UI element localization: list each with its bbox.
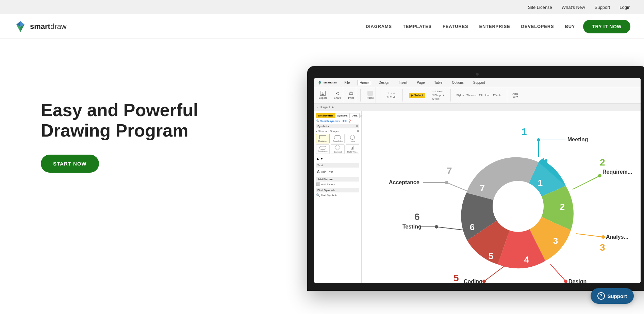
try-it-now-button[interactable]: TRY IT NOW	[583, 20, 630, 33]
font-name[interactable]: Arial	[513, 92, 518, 95]
export-btn-label[interactable]: Export	[319, 96, 327, 99]
standard-shapes-close[interactable]: ✕	[357, 130, 359, 133]
svg-point-35	[601, 235, 605, 239]
paste-btn-label[interactable]: Paste	[367, 96, 374, 99]
redo-btn[interactable]: ↻ Redo	[386, 96, 396, 99]
nav-features[interactable]: FEATURES	[443, 24, 468, 29]
nav-diagrams[interactable]: DIAGRAMS	[366, 24, 392, 29]
nav-developers[interactable]: DEVELOPERS	[521, 24, 554, 29]
ribbon-print-icon	[348, 91, 354, 96]
support-bubble[interactable]: ? Support	[591, 288, 634, 304]
ribbon-paste-group: Paste	[365, 87, 376, 103]
shape-rounded[interactable]: Rounded...	[331, 134, 344, 143]
fill-btn[interactable]: Fill	[479, 94, 482, 97]
app-menu-file[interactable]: File	[342, 80, 352, 85]
svg-line-13	[336, 93, 338, 94]
shape-rectangle[interactable]: Rectangle	[316, 134, 330, 143]
svg-text:Design: Design	[568, 279, 587, 283]
support-bubble-icon: ?	[597, 292, 605, 300]
add-text-btn[interactable]: A Add Text	[316, 169, 359, 175]
nav-templates[interactable]: TEMPLATES	[403, 24, 432, 29]
nav-buy[interactable]: BUY	[565, 24, 575, 29]
scroll-arrows: ▲ ▼	[316, 157, 359, 160]
app-menu-insert[interactable]: Insert	[397, 80, 409, 85]
svg-text:5: 5	[489, 251, 493, 261]
picture-icon	[316, 183, 320, 186]
print-btn-label[interactable]: Print	[348, 96, 353, 99]
scroll-up-btn[interactable]: ▲	[316, 157, 319, 160]
shape-circle[interactable]: Circle	[346, 134, 359, 143]
app-menu-design[interactable]: Design	[377, 80, 391, 85]
search-symbols-link[interactable]: 🔍 Search symbols Help ❓	[316, 120, 359, 123]
svg-text:6: 6	[470, 222, 475, 232]
nav-links: DIAGRAMS TEMPLATES FEATURES ENTERPRISE D…	[366, 24, 575, 29]
svg-line-50	[447, 183, 470, 192]
ribbon-share-group: Share	[332, 87, 343, 103]
symbols-header: Symbols ≡	[316, 124, 359, 128]
share-btn-label[interactable]: Share	[334, 96, 341, 99]
svg-text:7: 7	[447, 166, 452, 176]
symbols-tab[interactable]: Symbols	[335, 113, 350, 118]
shape-terminate[interactable]: Terminate...	[316, 144, 330, 154]
shape-triangle[interactable]: Right Tris...	[346, 144, 359, 154]
term-icon	[319, 146, 326, 150]
undo-redo-group: ↺ Undo ↻ Redo	[384, 91, 398, 99]
find-symbols-label: Find Symbols	[321, 194, 337, 197]
scroll-down-btn[interactable]: ▼	[320, 157, 324, 160]
svg-text:3: 3	[553, 236, 558, 246]
standard-shapes-header: ▾ Standard Shapes ✕	[316, 130, 359, 133]
laptop-camera	[476, 73, 479, 76]
app-menu-page[interactable]: Page	[415, 80, 427, 85]
expand-icon[interactable]: ›	[317, 106, 318, 109]
diamond-icon	[335, 145, 341, 151]
text-tool-btn[interactable]: A Text	[432, 97, 444, 100]
text-section-header: Text	[316, 163, 359, 168]
svg-line-41	[484, 266, 505, 281]
svg-line-38	[550, 264, 566, 281]
svg-text:4: 4	[524, 254, 529, 265]
shape-diamond[interactable]: Diamond	[331, 144, 344, 154]
app-sidebar: SmartPanel Symbols Data ✕ 🔍 Search symbo…	[314, 111, 362, 283]
ribbon-export-group: Export	[317, 87, 329, 103]
themes-btn[interactable]: Themes	[466, 94, 476, 97]
find-symbols-btn[interactable]: 🔍 Find Symbols	[316, 193, 359, 197]
app-menu-home[interactable]: Home	[357, 80, 371, 85]
font-group: Arial 10 ▾	[511, 92, 519, 98]
svg-line-34	[576, 234, 603, 237]
add-picture-btn[interactable]: Add Picture	[316, 183, 359, 186]
symbols-menu-icon[interactable]: ≡	[356, 125, 358, 128]
start-now-button[interactable]: START NOW	[41, 155, 99, 173]
app-menu-table[interactable]: Table	[432, 80, 444, 85]
undo-btn[interactable]: ↺ Undo	[386, 92, 396, 95]
smartpanel-tab[interactable]: SmartPanel	[316, 113, 335, 118]
data-tab[interactable]: Data	[350, 113, 360, 118]
app-main: SmartPanel Symbols Data ✕ 🔍 Search symbo…	[314, 111, 641, 283]
logo-icon	[14, 20, 27, 33]
styles-btn[interactable]: Styles	[456, 94, 464, 97]
shape-tool-btn[interactable]: □ Shape ▾	[432, 94, 444, 97]
site-license-link[interactable]: Site License	[528, 5, 552, 10]
hero-content: Easy and Powerful Drawing Program START …	[0, 39, 212, 186]
add-page-btn[interactable]: +	[332, 105, 334, 109]
svg-text:Meeting: Meeting	[567, 137, 588, 142]
svg-text:6: 6	[414, 211, 420, 222]
font-size[interactable]: 10 ▾	[513, 95, 518, 98]
support-link[interactable]: Support	[595, 5, 610, 10]
app-menu-options[interactable]: Options	[450, 80, 465, 85]
svg-text:2: 2	[560, 202, 565, 212]
app-menu-support[interactable]: Support	[471, 80, 487, 85]
svg-rect-15	[350, 94, 352, 95]
logo[interactable]: smartdraw	[14, 20, 67, 33]
line-style-btn[interactable]: Line	[485, 94, 490, 97]
login-link[interactable]: Login	[620, 5, 630, 10]
select-btn[interactable]: ▶ Select	[409, 93, 425, 98]
laptop-frame: smartdraw File Home Design Insert Page T…	[307, 66, 644, 304]
hero-section: Easy and Powerful Drawing Program START …	[0, 39, 644, 314]
add-text-label: Add Text	[321, 170, 333, 174]
svg-text:7: 7	[480, 183, 485, 193]
nav-enterprise[interactable]: ENTERPRISE	[479, 24, 510, 29]
whats-new-link[interactable]: What's New	[562, 5, 585, 10]
svg-text:1: 1	[538, 178, 543, 188]
line-tool-btn[interactable]: — Line ▾	[432, 90, 444, 93]
effects-btn[interactable]: Effects	[493, 94, 501, 97]
